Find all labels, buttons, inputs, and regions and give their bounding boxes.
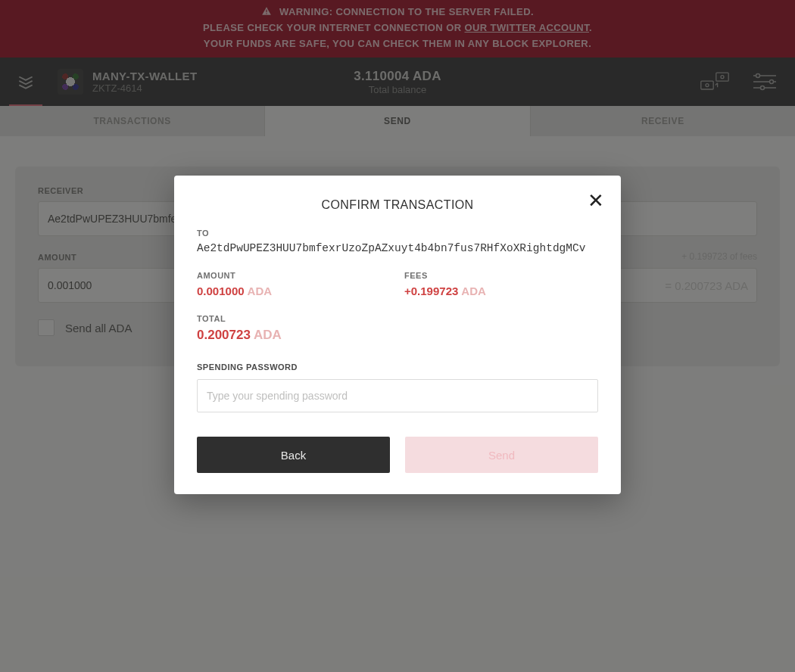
- modal-total-label: TOTAL: [197, 314, 598, 323]
- close-icon[interactable]: ✕: [585, 189, 607, 212]
- confirm-transaction-modal: CONFIRM TRANSACTION ✕ TO Ae2tdPwUPEZ3HUU…: [174, 176, 621, 494]
- modal-to-address: Ae2tdPwUPEZ3HUU7bmfexrUzoZpAZxuyt4b4bn7f…: [197, 242, 598, 254]
- send-button[interactable]: Send: [405, 437, 598, 473]
- spending-password-input[interactable]: [197, 379, 598, 412]
- back-button[interactable]: Back: [197, 437, 390, 473]
- modal-amount-label: AMOUNT: [197, 271, 391, 280]
- modal-total-value: 0.200723ADA: [197, 328, 598, 343]
- modal-to-label: TO: [197, 229, 598, 238]
- modal-title: CONFIRM TRANSACTION: [197, 198, 598, 212]
- modal-fees-value: +0.199723ADA: [404, 285, 598, 297]
- spending-password-label: SPENDING PASSWORD: [197, 362, 598, 372]
- modal-amount-value: 0.001000ADA: [197, 285, 391, 297]
- modal-fees-label: FEES: [404, 271, 598, 280]
